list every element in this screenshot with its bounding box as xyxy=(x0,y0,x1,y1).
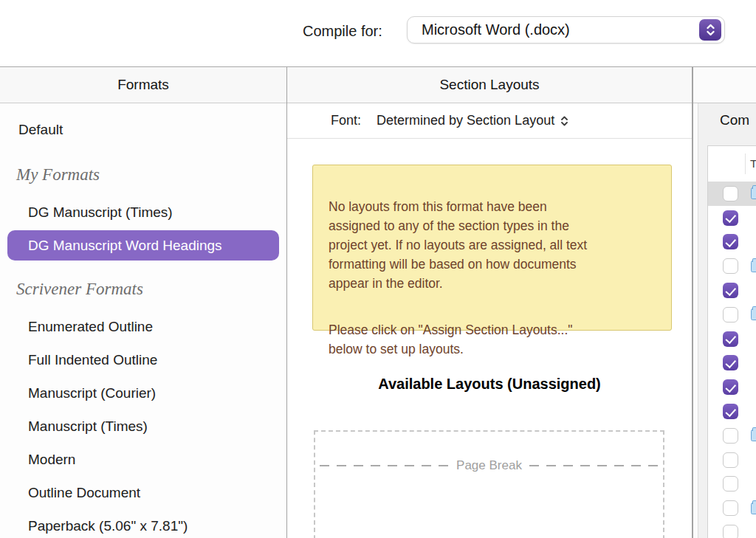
content-row[interactable] xyxy=(708,375,756,399)
compile-format-select[interactable]: Microsoft Word (.docx) xyxy=(407,16,725,44)
font-popup-value: Determined by Section Layout xyxy=(377,113,554,128)
content-row[interactable] xyxy=(708,399,756,424)
content-row[interactable] xyxy=(708,424,756,448)
content-row[interactable] xyxy=(708,327,756,351)
folder-icon xyxy=(751,503,756,514)
compile-for-label: Compile for: xyxy=(303,23,382,40)
column-divider xyxy=(745,154,746,174)
format-item[interactable]: Manuscript (Courier) xyxy=(0,376,286,410)
content-row[interactable] xyxy=(708,206,756,230)
format-item[interactable]: Modern xyxy=(0,443,286,476)
contents-panel: Com T xyxy=(693,67,756,538)
include-checkbox[interactable] xyxy=(723,234,738,249)
content-row[interactable] xyxy=(708,303,756,327)
format-item[interactable]: Manuscript (Times) xyxy=(0,410,286,443)
folder-icon xyxy=(751,308,756,320)
contents-table-header: T xyxy=(708,146,756,182)
include-checkbox[interactable] xyxy=(723,404,738,419)
page-break-dash-line xyxy=(529,465,659,466)
format-item[interactable]: Outline Document xyxy=(0,476,286,509)
compile-toolbar: Compile for: Microsoft Word (.docx) xyxy=(0,0,756,67)
format-item[interactable]: DG Manuscript Word Headings xyxy=(7,230,279,261)
compile-format-value: Microsoft Word (.docx) xyxy=(422,21,570,38)
folder-icon xyxy=(751,430,756,441)
format-item[interactable]: Enumerated Outline xyxy=(0,310,286,343)
content-row[interactable] xyxy=(708,351,756,376)
contents-panel-top-strip xyxy=(693,67,756,103)
include-checkbox[interactable] xyxy=(723,525,738,538)
up-down-chevron-icon xyxy=(560,115,568,127)
notice-paragraph-1: No layouts from this format have been as… xyxy=(329,197,656,293)
available-layouts-heading: Available Layouts (Unassigned) xyxy=(287,376,692,393)
contents-table: T xyxy=(707,145,756,538)
format-item-label: Scrivener Formats xyxy=(16,280,143,299)
formats-panel: Formats DefaultMy FormatsDG Manuscript (… xyxy=(0,67,287,538)
formats-panel-header: Formats xyxy=(0,67,286,103)
folder-icon xyxy=(751,187,756,199)
include-checkbox[interactable] xyxy=(723,428,738,444)
folder-icon xyxy=(751,261,756,272)
include-checkbox[interactable] xyxy=(723,307,738,323)
content-row[interactable] xyxy=(708,278,756,303)
format-item-label: Enumerated Outline xyxy=(28,319,153,335)
include-checkbox[interactable] xyxy=(723,355,738,370)
include-checkbox[interactable] xyxy=(723,283,738,298)
content-row[interactable] xyxy=(708,448,756,472)
format-item-label: Manuscript (Times) xyxy=(28,418,148,435)
format-item-label: My Formats xyxy=(16,165,100,184)
format-item-label: DG Manuscript Word Headings xyxy=(28,238,222,254)
format-item-label: Default xyxy=(18,122,63,138)
include-checkbox[interactable] xyxy=(723,500,738,516)
include-checkbox[interactable] xyxy=(723,476,738,492)
content-row[interactable] xyxy=(708,182,756,206)
format-item[interactable]: DG Manuscript (Times) xyxy=(0,196,286,229)
format-item-label: Paperback (5.06" x 7.81") xyxy=(28,518,188,534)
format-item[interactable]: Default xyxy=(0,113,286,146)
page-break-label: Page Break xyxy=(456,458,522,473)
include-checkbox[interactable] xyxy=(723,186,738,201)
content-row[interactable] xyxy=(708,496,756,520)
contents-panel-left-inset xyxy=(693,103,698,538)
compile-dialog: Compile for: Microsoft Word (.docx) Form… xyxy=(0,0,756,538)
section-layouts-panel-header: Section Layouts xyxy=(287,67,692,103)
font-label: Font: xyxy=(331,113,361,128)
formats-list: DefaultMy FormatsDG Manuscript (Times)DG… xyxy=(0,103,286,538)
formats-panel-title: Formats xyxy=(117,77,169,93)
section-layouts-panel: Section Layouts Font: Determined by Sect… xyxy=(287,67,693,538)
font-row: Font: Determined by Section Layout xyxy=(287,103,692,139)
font-popup-button[interactable]: Determined by Section Layout xyxy=(377,113,568,128)
format-group-label: My Formats xyxy=(0,158,286,191)
up-down-chevron-icon xyxy=(705,23,716,37)
format-group-label: Scrivener Formats xyxy=(0,272,286,306)
format-item-label: DG Manuscript (Times) xyxy=(28,204,173,221)
title-column-header: T xyxy=(750,146,756,182)
format-item-label: Manuscript (Courier) xyxy=(28,385,156,401)
include-checkbox[interactable] xyxy=(723,331,738,347)
format-item-label: Outline Document xyxy=(28,485,140,501)
stepper-icon[interactable] xyxy=(699,19,721,41)
notice-paragraph-2: Please click on "Assign Section Layouts.… xyxy=(329,320,656,359)
page-break-separator: Page Break xyxy=(320,458,659,473)
content-row[interactable] xyxy=(708,520,756,538)
include-checkbox[interactable] xyxy=(723,379,738,395)
contents-rows xyxy=(708,182,756,538)
include-checkbox[interactable] xyxy=(723,452,738,468)
content-row[interactable] xyxy=(708,230,756,255)
content-row[interactable] xyxy=(708,254,756,278)
layout-preview-card[interactable]: Page Break xyxy=(314,430,664,538)
format-item-label: Full Indented Outline xyxy=(28,352,157,368)
no-layouts-notice: No layouts from this format have been as… xyxy=(312,165,672,331)
contents-panel-title: Com xyxy=(720,112,749,128)
page-break-dash-line xyxy=(320,465,449,466)
content-row[interactable] xyxy=(708,472,756,497)
format-item-label: Modern xyxy=(28,452,75,468)
include-checkbox[interactable] xyxy=(723,210,738,226)
section-layouts-panel-title: Section Layouts xyxy=(439,77,539,93)
format-item[interactable]: Full Indented Outline xyxy=(0,343,286,376)
include-checkbox[interactable] xyxy=(723,258,738,274)
format-item[interactable]: Paperback (5.06" x 7.81") xyxy=(0,509,286,538)
